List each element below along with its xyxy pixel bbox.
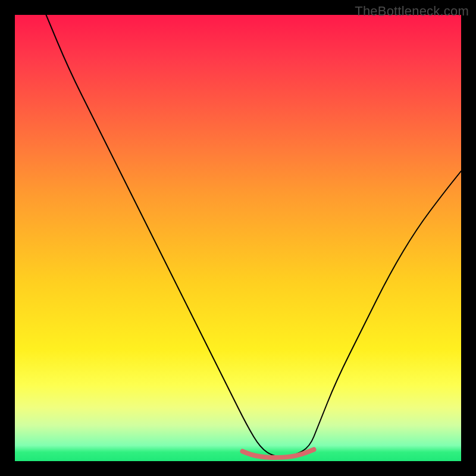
chart-svg: [15, 15, 461, 461]
watermark-text: TheBottleneck.com: [355, 4, 469, 19]
chart-container: TheBottleneck.com: [0, 0, 476, 476]
series-bottleneck-curve: [46, 15, 462, 457]
plot-area: [15, 15, 461, 461]
